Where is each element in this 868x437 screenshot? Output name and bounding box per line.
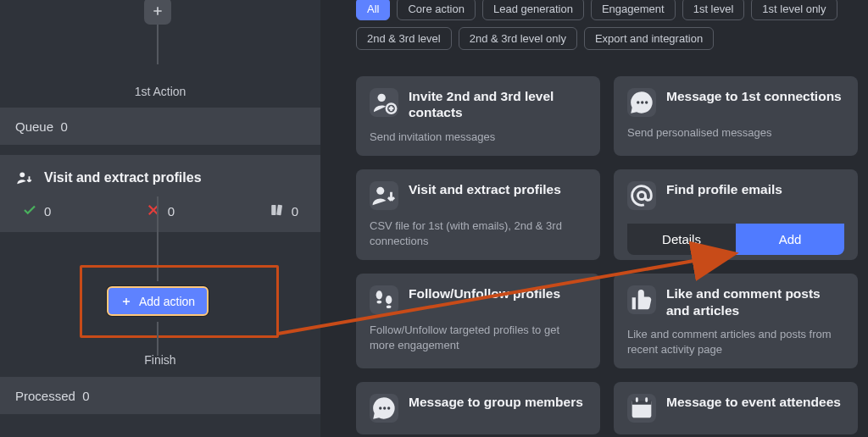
card-title: Message to 1st connections xyxy=(666,88,842,104)
filter-chip-row: All Core action Lead generation Engageme… xyxy=(356,0,865,50)
filter-chip-export[interactable]: Export and integration xyxy=(584,27,714,50)
workflow-column: 1st Action Queue 0 Visit and extract pro… xyxy=(0,0,320,437)
svg-point-15 xyxy=(383,407,386,410)
card-message-event[interactable]: Message to event attendees xyxy=(614,382,858,434)
card-title: Invite 2nd and 3rd level contacts xyxy=(409,88,587,121)
card-action-row: Details Add xyxy=(627,224,844,255)
thumb-icon xyxy=(627,285,656,314)
card-message-group[interactable]: Message to group members xyxy=(356,382,600,434)
processed-label: Processed xyxy=(15,389,75,403)
svg-point-0 xyxy=(19,172,25,177)
processed-value: 0 xyxy=(82,389,89,403)
card-like-comment[interactable]: Like and comment posts and articles Like… xyxy=(614,274,858,368)
card-subtitle: Like and comment articles and posts from… xyxy=(627,327,844,357)
card-visit-extract[interactable]: Visit and extract profiles CSV file for … xyxy=(356,169,600,260)
svg-point-16 xyxy=(387,407,390,410)
card-message-1st[interactable]: Message to 1st connections Send personal… xyxy=(614,76,858,156)
svg-point-6 xyxy=(641,101,643,103)
filter-chip-23-only[interactable]: 2nd & 3rd level only xyxy=(459,27,577,50)
svg-rect-19 xyxy=(636,397,638,402)
filter-chip-1st[interactable]: 1st level xyxy=(682,0,745,20)
check-icon xyxy=(22,202,37,220)
card-invite[interactable]: Invite 2nd and 3rd level contacts Send i… xyxy=(356,76,600,156)
svg-point-3 xyxy=(377,94,385,102)
processed-panel: Processed 0 xyxy=(0,377,320,414)
svg-point-8 xyxy=(376,187,384,195)
queue-panel: Queue 0 xyxy=(0,108,320,145)
download-person-icon xyxy=(370,181,398,210)
first-action-label: 1st Action xyxy=(0,85,320,98)
download-person-icon xyxy=(15,169,34,187)
svg-rect-20 xyxy=(645,397,648,402)
svg-rect-2 xyxy=(276,205,282,216)
card-subtitle: CSV file for 1st (with emails), 2nd & 3r… xyxy=(370,218,587,248)
card-find-emails[interactable]: Find profile emails Details Add xyxy=(614,169,858,260)
filter-chip-engagement[interactable]: Engagement xyxy=(591,0,676,20)
svg-point-10 xyxy=(376,291,382,300)
add-action-label: Add action xyxy=(139,295,195,308)
svg-point-13 xyxy=(387,306,392,309)
card-title: Like and comment posts and articles xyxy=(666,285,844,318)
event-icon xyxy=(627,394,656,423)
x-icon xyxy=(146,202,161,220)
queue-label: Queue xyxy=(15,119,53,134)
filter-chip-leadgen[interactable]: Lead generation xyxy=(482,0,584,20)
stat-collected: 0 xyxy=(292,204,298,218)
footsteps-icon xyxy=(370,285,398,314)
stat-fail: 0 xyxy=(168,204,175,218)
collected-icon xyxy=(270,202,285,220)
filter-chip-23[interactable]: 2nd & 3rd level xyxy=(356,27,452,50)
connector-line xyxy=(157,322,159,356)
finish-label: Finish xyxy=(0,353,320,367)
filter-chip-core[interactable]: Core action xyxy=(397,0,475,20)
workflow-stats: 0 0 0 xyxy=(15,202,305,220)
card-subtitle: Send invitation messages xyxy=(370,130,587,145)
stat-success: 0 xyxy=(44,204,51,218)
svg-point-14 xyxy=(379,407,381,410)
card-follow[interactable]: Follow/Unfollow profiles Follow/Unfollow… xyxy=(356,274,600,368)
workflow-action-card[interactable]: Visit and extract profiles 0 0 0 xyxy=(0,155,320,232)
filter-chip-1st-only[interactable]: 1st level only xyxy=(751,0,837,20)
svg-rect-18 xyxy=(632,400,652,405)
workflow-action-title: Visit and extract profiles xyxy=(44,170,202,185)
at-icon xyxy=(627,181,656,210)
card-title: Follow/Unfollow profiles xyxy=(409,285,560,301)
svg-point-7 xyxy=(645,101,648,103)
svg-point-11 xyxy=(377,301,382,304)
chat-icon xyxy=(370,394,398,423)
card-title: Message to group members xyxy=(409,394,583,410)
action-library: Invite 2nd and 3rd level contacts Send i… xyxy=(356,76,860,434)
svg-point-5 xyxy=(637,101,639,103)
add-node-button[interactable] xyxy=(144,0,171,25)
add-action-button[interactable]: Add action xyxy=(107,286,209,316)
add-button[interactable]: Add xyxy=(736,224,844,255)
card-title: Find profile emails xyxy=(666,181,782,197)
details-button[interactable]: Details xyxy=(627,224,736,255)
card-subtitle: Send personalised messages xyxy=(627,125,844,141)
card-subtitle: Follow/Unfollow targeted profiles to get… xyxy=(370,323,587,352)
queue-value: 0 xyxy=(60,119,67,134)
person-add-icon xyxy=(370,88,398,117)
svg-point-12 xyxy=(386,296,392,304)
filter-chip-all[interactable]: All xyxy=(356,0,390,20)
card-title: Visit and extract profiles xyxy=(409,181,561,197)
svg-rect-1 xyxy=(271,205,275,215)
card-title: Message to event attendees xyxy=(666,394,841,410)
chat-icon xyxy=(627,88,656,117)
